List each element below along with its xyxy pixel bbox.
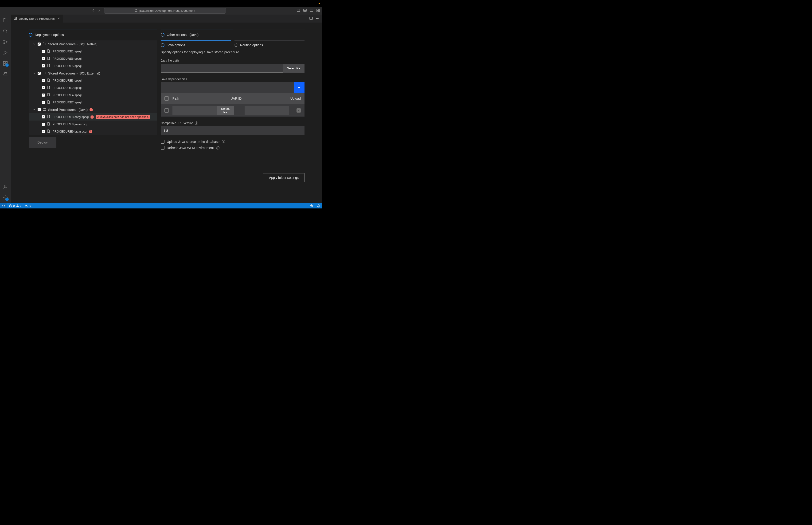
svg-point-30 bbox=[319, 18, 319, 18]
settings-gear-icon[interactable]: 1 bbox=[3, 195, 8, 200]
extensions-icon[interactable]: 1 bbox=[3, 61, 8, 66]
status-ports[interactable]: 0 bbox=[23, 203, 33, 208]
file-icon bbox=[47, 56, 50, 61]
upload-source-option[interactable]: Upload Java source to the database i bbox=[161, 140, 305, 144]
checkbox-icon[interactable]: ✓ bbox=[37, 108, 41, 111]
checkbox-icon[interactable]: ✓ bbox=[42, 64, 45, 68]
layout-sidebar-left-icon[interactable] bbox=[296, 9, 300, 13]
item-label: PROCEDURE6.spsql bbox=[52, 57, 81, 60]
svg-point-20 bbox=[4, 185, 6, 187]
other-options-label: Other options - (Java) bbox=[167, 33, 199, 37]
remote-indicator[interactable] bbox=[0, 203, 7, 208]
apply-folder-settings-button[interactable]: Apply folder settings bbox=[263, 173, 305, 182]
folder-icon bbox=[43, 107, 46, 112]
refresh-wlm-option[interactable]: Refresh Java WLM environment i bbox=[161, 146, 305, 150]
explorer-icon[interactable] bbox=[3, 17, 8, 23]
svg-point-28 bbox=[316, 18, 317, 18]
more-actions-icon[interactable] bbox=[316, 16, 320, 21]
file-icon bbox=[47, 64, 50, 68]
checkbox-icon[interactable]: ✓ bbox=[42, 57, 45, 60]
checkbox-icon[interactable] bbox=[161, 140, 165, 144]
info-icon[interactable]: i bbox=[216, 146, 219, 149]
svg-rect-16 bbox=[3, 62, 5, 63]
layout-customize-icon[interactable] bbox=[316, 9, 320, 13]
add-dependency-button[interactable]: + bbox=[294, 82, 305, 93]
run-debug-icon[interactable] bbox=[3, 50, 8, 56]
tab-deploy-stored-procedures[interactable]: Deploy Stored Procedures bbox=[11, 15, 63, 22]
layout-sidebar-right-icon[interactable] bbox=[310, 9, 313, 13]
dep-select-file-button[interactable]: Select file bbox=[217, 106, 234, 115]
svg-rect-1 bbox=[297, 9, 300, 12]
java-file-path-input[interactable] bbox=[161, 64, 283, 73]
file-icon bbox=[47, 129, 50, 134]
tree-item[interactable]: ✓ PROCEDURE8.javaspsql bbox=[29, 121, 157, 128]
table-header-checkbox[interactable] bbox=[165, 96, 169, 101]
checkbox-icon[interactable]: ✓ bbox=[42, 50, 45, 53]
tree-item[interactable]: ✓ PROCEDURE3.spsql bbox=[29, 77, 157, 84]
layout-panel-icon[interactable] bbox=[303, 9, 307, 13]
tree-group[interactable]: ✓ Stored Procedures - (SQL Native) bbox=[29, 41, 157, 48]
checkbox-icon[interactable]: ✓ bbox=[42, 130, 45, 133]
group-label: Stored Procedures - (Java) bbox=[48, 108, 88, 111]
tab-java-options[interactable]: Java options bbox=[161, 41, 231, 47]
split-editor-icon[interactable] bbox=[309, 16, 313, 21]
tree-item[interactable]: ✓ PROCEDURE6.spsql bbox=[29, 55, 157, 62]
tab-routine-options[interactable]: Routine options bbox=[234, 41, 305, 47]
checkbox-icon[interactable]: ✓ bbox=[42, 115, 45, 118]
status-problems[interactable]: 0 0 bbox=[7, 203, 23, 208]
svg-rect-9 bbox=[317, 11, 318, 12]
column-jar-id: JAR ID bbox=[231, 96, 282, 100]
db2-icon[interactable] bbox=[3, 72, 8, 77]
checkbox-icon[interactable]: ✓ bbox=[42, 101, 45, 104]
tree-item[interactable]: ✓ PROCEDURE2.spsql bbox=[29, 84, 157, 91]
error-count: 0 bbox=[13, 204, 15, 208]
deploy-button[interactable]: Deploy bbox=[29, 137, 56, 148]
tree-group[interactable]: ✓ Stored Procedures - (Java) ! bbox=[29, 106, 157, 113]
tree-item[interactable]: ✓ PROCEDURE9.javaspsql ! bbox=[29, 128, 157, 135]
tree-group[interactable]: ✓ Stored Procedures - (SQL External) bbox=[29, 70, 157, 77]
status-zoom-icon[interactable] bbox=[308, 204, 315, 208]
item-label: PROCEDURE1.spsql bbox=[52, 49, 81, 53]
checkbox-icon[interactable]: ✓ bbox=[37, 72, 41, 75]
checkbox-icon[interactable]: ✓ bbox=[42, 86, 45, 89]
checkbox-icon[interactable]: ✓ bbox=[37, 43, 41, 46]
item-label: PROCEDURE3.spsql bbox=[52, 79, 81, 82]
error-icon: ! bbox=[90, 108, 93, 111]
dep-jar-id-input[interactable] bbox=[245, 106, 289, 115]
info-icon[interactable]: i bbox=[195, 121, 198, 125]
command-center[interactable]: [Extension Development Host] Document bbox=[104, 8, 226, 14]
checkbox-icon[interactable]: ✓ bbox=[42, 93, 45, 96]
dep-path-input[interactable] bbox=[172, 106, 217, 115]
tree-item[interactable]: ✓ PROCEDURE8 copy.spsql ! A Java class p… bbox=[29, 113, 157, 121]
info-icon[interactable]: i bbox=[222, 140, 225, 144]
tree-item[interactable]: ✓ PROCEDURE1.spsql bbox=[29, 48, 157, 55]
checkbox-icon[interactable]: ✓ bbox=[42, 123, 45, 126]
upload-checkbox[interactable]: ✓ bbox=[296, 108, 301, 112]
svg-point-13 bbox=[3, 43, 5, 44]
ports-count: 0 bbox=[29, 204, 31, 208]
select-file-button[interactable]: Select file bbox=[283, 64, 305, 73]
checkbox-icon[interactable] bbox=[161, 146, 165, 150]
nav-back-icon[interactable] bbox=[92, 9, 95, 13]
jre-version-label: Compatible JRE version i bbox=[161, 121, 305, 125]
folder-icon bbox=[43, 42, 46, 46]
row-checkbox[interactable] bbox=[165, 108, 169, 112]
search-icon[interactable] bbox=[3, 28, 8, 34]
tree-item[interactable]: ✓ PROCEDURE4.spsql bbox=[29, 91, 157, 99]
source-control-icon[interactable] bbox=[3, 39, 8, 45]
procedure-tree: ✓ Stored Procedures - (SQL Native) ✓ PRO… bbox=[29, 41, 157, 135]
file-icon bbox=[47, 122, 50, 126]
dependencies-table: Path JAR ID Upload Select file bbox=[161, 93, 305, 117]
tree-item[interactable]: ✓ PROCEDURE5.spsql bbox=[29, 62, 157, 70]
macos-titlebar bbox=[0, 0, 322, 7]
jre-version-input[interactable] bbox=[161, 126, 305, 135]
accounts-icon[interactable] bbox=[3, 184, 8, 190]
nav-forward-icon[interactable] bbox=[97, 9, 101, 13]
status-notifications-icon[interactable] bbox=[315, 204, 322, 208]
svg-rect-17 bbox=[6, 62, 7, 63]
checkbox-icon[interactable]: ✓ bbox=[42, 79, 45, 82]
tree-item[interactable]: ✓ PROCEDURE7.spsql bbox=[29, 99, 157, 106]
svg-point-11 bbox=[3, 29, 6, 32]
close-icon[interactable] bbox=[57, 17, 60, 20]
settings-badge: 1 bbox=[5, 198, 9, 201]
